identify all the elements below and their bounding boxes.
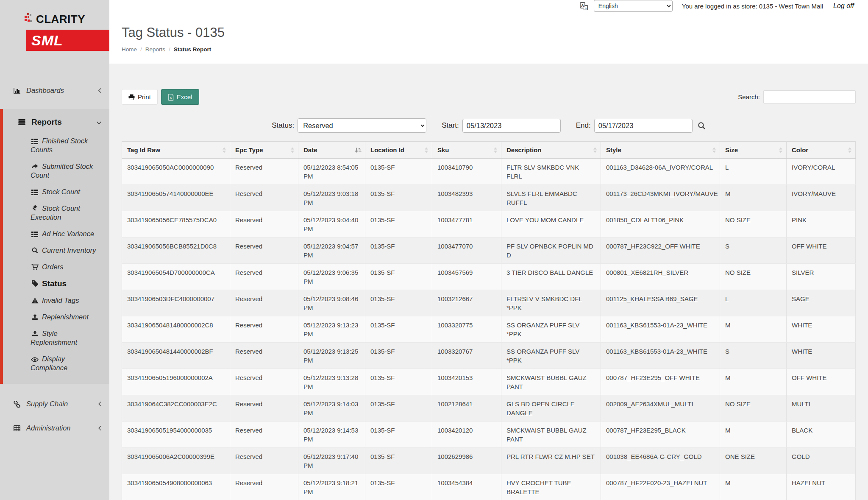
table-cell: 0135-SF xyxy=(365,185,432,211)
sidebar-item-current-inventory[interactable]: Current Inventory xyxy=(3,242,109,259)
column-header-sku[interactable]: Sku xyxy=(432,142,501,159)
table-cell: M xyxy=(720,316,787,343)
table-cell: OFF WHITE xyxy=(787,369,856,395)
table-cell: 000787_HF23E295_OFF WHITE xyxy=(601,369,720,395)
sidebar-reports-group: Reports Finished Stock CountsSubmitted S… xyxy=(0,109,109,384)
table-cell: 303419065056CE785575DCA0 xyxy=(122,211,230,237)
stack-icon xyxy=(16,119,27,126)
sidebar-item-style-replenishment[interactable]: Style Replenishment xyxy=(3,325,109,351)
table-row[interactable]: 303419065050AC0000000090Reserved05/12/20… xyxy=(122,159,856,185)
table-cell: 1003420120 xyxy=(432,422,501,448)
table-cell: L xyxy=(720,159,787,185)
print-button[interactable]: Print xyxy=(122,89,158,105)
column-header-date[interactable]: Date xyxy=(298,142,365,159)
log-off-link[interactable]: Log off xyxy=(833,2,854,10)
table-cell: SLVLS FLRL EMMABDC RUFFL xyxy=(501,185,601,211)
sidebar-item-status[interactable]: Status xyxy=(3,275,109,292)
page-title: Tag Status - 0135 xyxy=(122,25,856,40)
table-cell: M xyxy=(720,474,787,500)
table-row[interactable]: 3034190650574140000000EEReserved05/12/20… xyxy=(122,185,856,211)
sidebar-item-finished-stock-counts[interactable]: Finished Stock Counts xyxy=(3,133,109,158)
clarity-logo-icon xyxy=(24,13,33,25)
table-cell: Reserved xyxy=(230,448,298,474)
table-cell: 3034190650481440000002BF xyxy=(122,343,230,369)
column-header-size[interactable]: Size xyxy=(720,142,787,159)
search-icon[interactable] xyxy=(698,122,706,130)
table-cell: 05/12/2023 9:04:40 PM xyxy=(298,211,365,237)
column-header-description[interactable]: Description xyxy=(501,142,601,159)
table-cell: 05/12/2023 9:03:18 PM xyxy=(298,185,365,211)
sidebar-item-reports[interactable]: Reports xyxy=(3,113,109,131)
table-cell: 0135-SF xyxy=(365,237,432,264)
sidebar-item-dashboards[interactable]: Dashboards xyxy=(0,81,109,100)
language-select[interactable]: English xyxy=(594,0,673,12)
table-cell: 303419065050AC0000000090 xyxy=(122,159,230,185)
table-row[interactable]: 303419065006A2C00000399EReserved05/12/20… xyxy=(122,448,856,474)
warning-icon xyxy=(31,297,39,304)
sidebar-item-submitted-stock-count[interactable]: Submitted Stock Count xyxy=(3,158,109,184)
upload-icon xyxy=(31,330,39,337)
table-row[interactable]: 30341906503DFC4000000007Reserved05/12/20… xyxy=(122,290,856,316)
sidebar-item-invalid-tags[interactable]: Invalid Tags xyxy=(3,292,109,309)
sidebar-item-ad-hoc-variance[interactable]: Ad Hoc Variance xyxy=(3,226,109,242)
breadcrumb-reports[interactable]: Reports xyxy=(145,46,165,53)
status-select[interactable]: Reserved xyxy=(298,118,426,133)
reports-submenu: Finished Stock CountsSubmitted Stock Cou… xyxy=(3,133,109,376)
table-cell: 05/12/2023 9:06:35 PM xyxy=(298,264,365,290)
table-cell: SMCKWAIST BUBBL GAUZ PANT xyxy=(501,422,601,448)
table-row[interactable]: 3034190650481480000002C8Reserved05/12/20… xyxy=(122,316,856,343)
table-row[interactable]: 30341906505196000000002AReserved05/12/20… xyxy=(122,369,856,395)
tag-icon xyxy=(31,280,39,287)
table-cell: 0135-SF xyxy=(365,422,432,448)
sidebar-item-replenishment[interactable]: Replenishment xyxy=(3,309,109,325)
sort-both-icon xyxy=(712,147,716,153)
excel-button[interactable]: x Excel xyxy=(161,89,199,105)
table-cell: S xyxy=(720,343,787,369)
search-input[interactable] xyxy=(763,90,856,103)
sidebar-item-orders[interactable]: Orders xyxy=(3,259,109,275)
sidebar-item-label: Ad Hoc Variance xyxy=(42,230,94,237)
sort-both-icon xyxy=(779,147,783,153)
search-icon xyxy=(31,247,39,254)
column-label: Style xyxy=(606,146,621,154)
sidebar-item-supply-chain[interactable]: Supply Chain xyxy=(0,395,109,413)
table-cell: Reserved xyxy=(230,185,298,211)
column-header-tag-id-raw[interactable]: Tag Id Raw xyxy=(122,142,230,159)
table-row[interactable]: 3034190650481440000002BFReserved05/12/20… xyxy=(122,343,856,369)
sml-logo: SML xyxy=(26,30,109,51)
table-cell: 1003320775 xyxy=(432,316,501,343)
svg-text:A: A xyxy=(581,3,584,8)
sidebar-item-display-compliance[interactable]: Display Compliance xyxy=(3,351,109,376)
chain-icon xyxy=(12,401,22,408)
column-header-color[interactable]: Color xyxy=(787,142,856,159)
sidebar-item-administration[interactable]: Administration xyxy=(0,419,109,437)
table-cell: 1003212667 xyxy=(432,290,501,316)
chevron-left-icon xyxy=(98,425,102,431)
sidebar-item-stock-count[interactable]: Stock Count xyxy=(3,184,109,200)
table-row[interactable]: 303419065056BCB85521D0C8Reserved05/12/20… xyxy=(122,237,856,264)
column-header-epc-type[interactable]: Epc Type xyxy=(230,142,298,159)
start-date-input[interactable] xyxy=(462,119,561,133)
table-cell: 1003457569 xyxy=(432,264,501,290)
table-row[interactable]: 303419065056CE785575DCA0Reserved05/12/20… xyxy=(122,211,856,237)
table-cell: 05/12/2023 9:17:40 PM xyxy=(298,448,365,474)
status-report-table: Tag Id RawEpc TypeDateLocation IdSkuDesc… xyxy=(122,141,856,500)
table-row[interactable]: 303419064C382CC000003E2CReserved05/12/20… xyxy=(122,395,856,422)
sidebar-item-stock-count-execution[interactable]: Stock Count Execution xyxy=(3,200,109,226)
cart-icon xyxy=(31,264,39,270)
end-date-input[interactable] xyxy=(594,119,693,133)
table-cell: Reserved xyxy=(230,211,298,237)
table-cell: 0135-SF xyxy=(365,369,432,395)
table-row[interactable]: 303419065054908000000063Reserved05/12/20… xyxy=(122,474,856,500)
table-row[interactable]: 303419065054D700000000CAReserved05/12/20… xyxy=(122,264,856,290)
table-cell: IVORY/MAUVE xyxy=(787,185,856,211)
breadcrumb-home[interactable]: Home xyxy=(122,46,137,53)
content-header: Tag Status - 0135 Home/Reports/Status Re… xyxy=(109,12,868,64)
column-header-style[interactable]: Style xyxy=(601,142,720,159)
column-header-location-id[interactable]: Location Id xyxy=(365,142,432,159)
table-cell: 0135-SF xyxy=(365,211,432,237)
table-row[interactable]: 303419065051954000000035Reserved05/12/20… xyxy=(122,422,856,448)
table-cell: 002009_AE2634XMUL_MULTI xyxy=(601,395,720,422)
breadcrumb: Home/Reports/Status Report xyxy=(122,46,856,53)
table-cell: SAGE xyxy=(787,290,856,316)
